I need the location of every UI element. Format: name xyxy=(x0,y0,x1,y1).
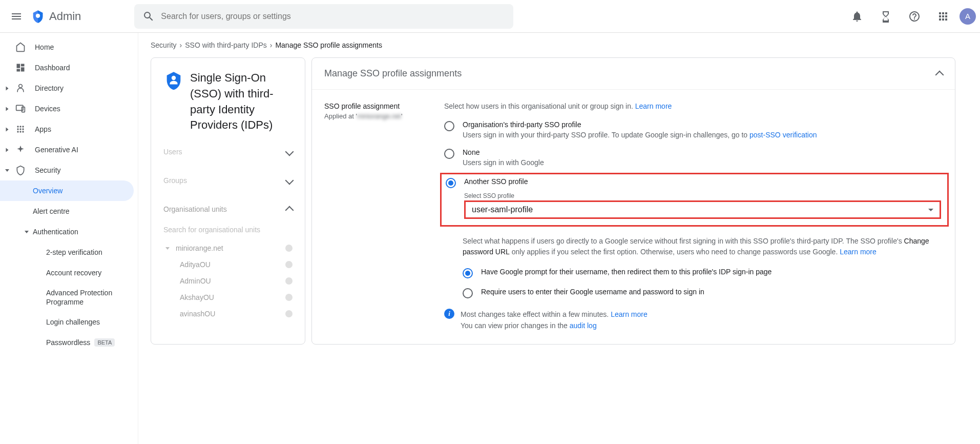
sidebar-item-directory[interactable]: Directory xyxy=(0,78,138,98)
left-panel: Single Sign-On (SSO) with third-party Id… xyxy=(151,57,305,345)
ou-search-placeholder[interactable]: Search for organisational units xyxy=(151,219,305,240)
search-icon xyxy=(142,10,155,23)
info-text-2: You can view prior changes in the xyxy=(461,321,570,330)
learn-more-link[interactable]: Learn more xyxy=(635,102,672,110)
groups-section-toggle[interactable]: Groups xyxy=(151,170,305,191)
sidebar-item-advanced-protection[interactable]: Advanced Protection Programme xyxy=(0,283,138,312)
audit-log-link[interactable]: audit log xyxy=(570,321,597,330)
svg-point-8 xyxy=(19,128,21,130)
radio-prompt-label: Have Google prompt for their username, t… xyxy=(481,268,772,276)
breadcrumb-security[interactable]: Security xyxy=(151,41,177,49)
sidebar-item-passwordless[interactable]: Passwordless BETA xyxy=(0,332,138,353)
explain-text: Select what happens if users go directly… xyxy=(463,236,943,257)
search-bar[interactable] xyxy=(134,4,513,29)
ou-status-dot xyxy=(285,245,293,252)
passwordless-label: Passwordless xyxy=(46,338,90,347)
svg-point-1 xyxy=(19,85,23,88)
sidebar-item-apps[interactable]: Apps xyxy=(0,119,138,139)
radio-none-label: None xyxy=(463,148,943,156)
radio-require-label: Require users to enter their Google user… xyxy=(481,288,704,296)
post-sso-link[interactable]: post-SSO verification xyxy=(749,131,817,139)
radio-prompt-redirect[interactable] xyxy=(463,268,473,278)
applied-at-text: Applied at 'miniorange.net' xyxy=(324,112,432,120)
sidebar-label-genai: Generative AI xyxy=(35,146,78,154)
sidebar-item-dashboard[interactable]: Dashboard xyxy=(0,57,138,78)
hamburger-menu-button[interactable] xyxy=(4,4,29,29)
sidebar-label-dashboard: Dashboard xyxy=(35,64,70,72)
groups-label: Groups xyxy=(163,176,187,185)
dropdown-arrow-icon xyxy=(928,209,933,211)
sidebar-item-account-recovery[interactable]: Account recovery xyxy=(0,263,138,283)
apps-icon xyxy=(14,123,27,135)
search-input[interactable] xyxy=(161,12,505,21)
notifications-button[interactable] xyxy=(845,4,869,29)
help-button[interactable] xyxy=(902,4,927,29)
ou-status-dot xyxy=(285,294,293,301)
breadcrumb-current: Manage SSO profile assignments xyxy=(275,41,382,49)
learn-more-link-2[interactable]: Learn more xyxy=(840,248,877,256)
sidebar-item-devices[interactable]: Devices xyxy=(0,98,138,119)
ou-item[interactable]: AdminOU xyxy=(151,273,305,289)
sso-profile-select[interactable]: user-saml-profile xyxy=(464,200,941,219)
sidebar-item-home[interactable]: Home xyxy=(0,37,138,57)
chevron-right-icon: › xyxy=(270,41,273,49)
panel-header[interactable]: Manage SSO profile assignments xyxy=(312,58,955,90)
sidebar-nav: Home Dashboard Directory Devices Apps Ge… xyxy=(0,33,138,444)
sidebar-item-generative-ai[interactable]: Generative AI xyxy=(0,139,138,160)
bell-icon xyxy=(851,10,863,23)
svg-point-9 xyxy=(22,128,24,130)
help-icon xyxy=(908,10,921,23)
sidebar-label-directory: Directory xyxy=(35,84,64,92)
sidebar-label-devices: Devices xyxy=(35,105,60,113)
svg-point-6 xyxy=(22,126,24,127)
admin-logo[interactable]: Admin xyxy=(31,9,81,24)
sidebar-item-overview[interactable]: Overview xyxy=(0,180,134,201)
svg-point-5 xyxy=(19,126,21,127)
sidebar-item-authentication[interactable]: Authentication xyxy=(0,221,138,242)
ou-status-dot xyxy=(285,277,293,285)
radio-org-profile[interactable] xyxy=(444,121,454,131)
ou-root-item[interactable]: miniorange.net xyxy=(151,240,305,256)
radio-require-google[interactable] xyxy=(463,288,473,298)
ou-item[interactable]: AkshayOU xyxy=(151,289,305,306)
svg-point-4 xyxy=(17,126,18,127)
sidebar-item-security[interactable]: Security xyxy=(0,160,138,180)
users-label: Users xyxy=(163,148,182,156)
info-icon: i xyxy=(444,309,454,319)
person-icon xyxy=(14,82,27,94)
org-units-section-toggle[interactable]: Organisational units xyxy=(151,199,305,219)
sparkle-icon xyxy=(14,144,27,156)
users-section-toggle[interactable]: Users xyxy=(151,142,305,162)
apps-button[interactable] xyxy=(931,4,955,29)
learn-more-link-3[interactable]: Learn more xyxy=(611,310,648,318)
sidebar-item-2step[interactable]: 2-step verification xyxy=(0,242,138,263)
radio-none[interactable] xyxy=(444,149,454,159)
chevron-down-icon xyxy=(285,176,294,185)
shield-icon xyxy=(14,164,27,176)
help-text: Select how users in this organisational … xyxy=(444,102,943,110)
info-notice: i Most changes take effect within a few … xyxy=(444,309,943,332)
ou-item[interactable]: AdityaOU xyxy=(151,256,305,273)
svg-point-11 xyxy=(19,131,21,132)
sidebar-item-login-challenges[interactable]: Login challenges xyxy=(0,312,138,332)
svg-point-10 xyxy=(17,131,18,132)
chevron-up-icon xyxy=(935,70,944,79)
ou-status-dot xyxy=(285,261,293,268)
breadcrumb-sso[interactable]: SSO with third-party IDPs xyxy=(185,41,267,49)
highlighted-selection: Another SSO profile Select SSO profile u… xyxy=(440,173,949,227)
radio-another-profile[interactable] xyxy=(446,178,456,188)
ou-status-dot xyxy=(285,310,293,317)
sidebar-label-security: Security xyxy=(35,166,61,174)
account-avatar[interactable]: A xyxy=(960,8,976,25)
ou-item[interactable]: avinashOU xyxy=(151,306,305,322)
svg-point-12 xyxy=(22,131,24,132)
svg-point-7 xyxy=(17,128,18,130)
sidebar-item-alert-centre[interactable]: Alert centre xyxy=(0,201,138,221)
tasks-button[interactable] xyxy=(873,4,898,29)
ou-label: AkshayOU xyxy=(180,293,214,301)
ou-label: avinashOU xyxy=(180,310,215,318)
chevron-down-icon xyxy=(285,148,294,156)
chevron-up-icon xyxy=(285,206,294,215)
content-area: Security › SSO with third-party IDPs › M… xyxy=(138,33,980,444)
admin-logo-icon xyxy=(31,9,45,24)
